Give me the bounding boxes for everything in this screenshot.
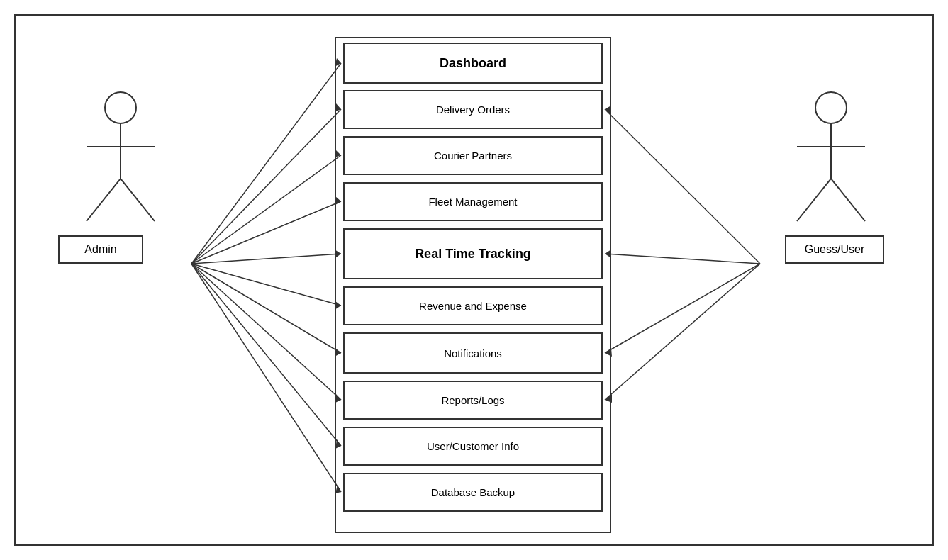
arrowhead-admin-revenue bbox=[335, 301, 341, 310]
arrowhead-admin-tracking bbox=[335, 250, 341, 258]
diagram-svg bbox=[16, 16, 932, 544]
arrow-admin-userinfo bbox=[191, 264, 341, 446]
user-head bbox=[815, 92, 847, 123]
diagram-container: Dashboard Delivery Orders Courier Partne… bbox=[14, 14, 934, 546]
admin-head bbox=[105, 92, 136, 123]
arrowhead-user-tracking bbox=[605, 250, 611, 258]
arrow-admin-delivery bbox=[191, 109, 341, 264]
arrowhead-user-notifications bbox=[605, 348, 612, 357]
user-left-leg bbox=[797, 179, 831, 221]
arrow-admin-dashboard bbox=[191, 63, 341, 264]
admin-label: Admin bbox=[58, 235, 143, 264]
user-right-leg bbox=[831, 179, 865, 221]
admin-right-leg bbox=[121, 179, 155, 221]
arrow-admin-fleet bbox=[191, 201, 341, 264]
arrow-admin-tracking bbox=[191, 254, 341, 264]
arrowhead-admin-fleet bbox=[335, 196, 341, 205]
arrow-admin-courier bbox=[191, 155, 341, 264]
arrow-user-notifications bbox=[605, 264, 760, 353]
arrowhead-admin-notifications bbox=[335, 348, 341, 357]
admin-left-leg bbox=[87, 179, 121, 221]
arrow-admin-notifications bbox=[191, 264, 341, 353]
arrowhead-admin-database bbox=[335, 485, 341, 493]
arrow-user-delivery bbox=[605, 109, 760, 264]
user-label: Guess/User bbox=[785, 235, 884, 264]
arrow-user-reports bbox=[605, 264, 760, 400]
arrowhead-admin-dashboard bbox=[335, 58, 341, 67]
arrow-user-tracking bbox=[605, 254, 760, 264]
arrow-admin-database bbox=[191, 264, 341, 492]
